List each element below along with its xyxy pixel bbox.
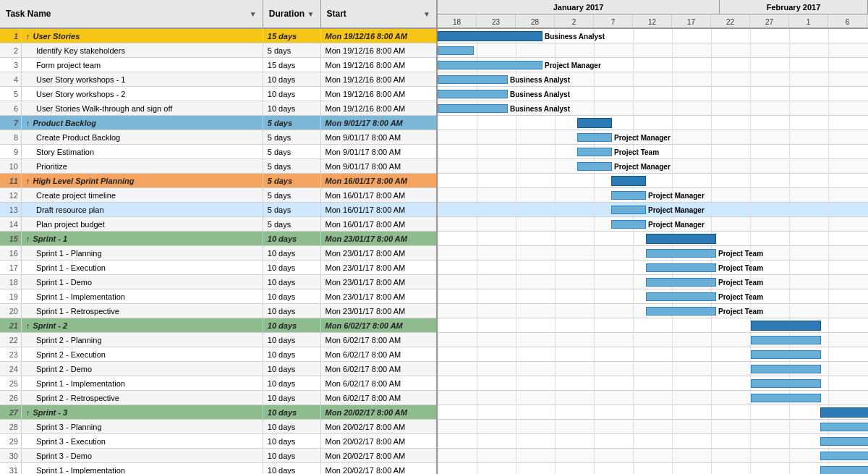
app-container: Task Name ▼ Duration ▼ Start ▼ 1↑User St… (0, 0, 868, 474)
table-row[interactable]: 15↑Sprint - 110 daysMon 23/01/17 8:00 AM (0, 232, 436, 246)
table-row[interactable]: 13Draft resource plan5 daysMon 16/01/17 … (0, 203, 436, 217)
row-num: 11 (0, 174, 22, 187)
gantt-bar (646, 234, 716, 244)
gantt-row (438, 434, 868, 449)
task-start: Mon 16/01/17 8:00 AM (321, 203, 436, 216)
table-row[interactable]: 20Sprint 1 - Retrospective10 daysMon 23/… (0, 304, 436, 318)
gantt-bar (751, 394, 821, 402)
col-sort-name[interactable]: ▼ (250, 10, 257, 18)
gantt-bar-label: Project Team (718, 249, 763, 257)
task-start: Mon 23/01/17 8:00 AM (321, 275, 436, 289)
row-num: 27 (0, 405, 22, 419)
table-row[interactable]: 6User Stories Walk-through and sign off1… (0, 101, 436, 116)
table-row[interactable]: 17Sprint 1 - Execution10 daysMon 23/01/1… (0, 261, 436, 275)
task-name: Story Estimation (22, 145, 263, 158)
row-num: 16 (0, 246, 22, 260)
table-row[interactable]: 18Sprint 1 - Demo10 daysMon 23/01/17 8:0… (0, 275, 436, 289)
table-row[interactable]: 2Identify Key stakeholders5 daysMon 19/1… (0, 43, 436, 58)
task-name: Sprint 2 - Retrospective (22, 391, 263, 405)
gantt-date-label: 1 (789, 14, 828, 29)
task-name: Sprint 3 - Planning (22, 420, 263, 433)
task-name: ↑Sprint - 3 (22, 405, 263, 419)
table-row[interactable]: 8Create Product Backlog5 daysMon 9/01/17… (0, 130, 436, 145)
gantt-bar-label: Project Manager (648, 220, 705, 228)
table-row[interactable]: 29Sprint 3 - Execution10 daysMon 20/02/1… (0, 434, 436, 449)
gantt-row: Project Team (438, 246, 868, 261)
col-sort-start[interactable]: ▼ (423, 10, 430, 18)
task-start: Mon 16/01/17 8:00 AM (321, 188, 436, 202)
row-num: 4 (0, 72, 22, 86)
gantt-bar-label: Project Manager (648, 206, 705, 213)
task-duration: 10 days (263, 449, 321, 462)
task-duration: 15 days (263, 58, 321, 72)
task-duration: 10 days (263, 434, 321, 448)
table-row[interactable]: 28Sprint 3 - Planning10 daysMon 20/02/17… (0, 420, 436, 434)
table-row[interactable]: 14Plan project budget5 daysMon 16/01/17 … (0, 217, 436, 232)
table-row[interactable]: 1↑User Stories15 daysMon 19/12/16 8:00 A… (0, 29, 436, 43)
task-name: Prioritize (22, 159, 263, 173)
table-row[interactable]: 19Sprint 1 - Implementation10 daysMon 23… (0, 289, 436, 304)
task-start: Mon 9/01/17 8:00 AM (321, 116, 436, 130)
gantt-bar (646, 292, 716, 301)
gantt-dates: 182328271217222716 (438, 14, 868, 29)
table-row[interactable]: 31Sprint 1 - Implementation10 daysMon 20… (0, 463, 436, 474)
table-row[interactable]: 26Sprint 2 - Retrospective10 daysMon 6/0… (0, 391, 436, 405)
row-num: 9 (0, 145, 22, 158)
row-num: 21 (0, 318, 22, 332)
task-duration: 5 days (263, 203, 321, 216)
row-num: 31 (0, 463, 22, 474)
gantt-bar-label: Project Manager (545, 61, 601, 69)
gantt-row: Business Analyst (438, 72, 868, 87)
gantt-row (438, 333, 868, 347)
task-duration: 10 days (263, 304, 321, 318)
task-name: ↑Sprint - 2 (22, 318, 263, 332)
table-row[interactable]: 4User Story workshops - 110 daysMon 19/1… (0, 72, 436, 87)
table-row[interactable]: 7↑Product Backlog5 daysMon 9/01/17 8:00 … (0, 116, 436, 130)
table-row[interactable]: 11↑High Level Sprint Planning5 daysMon 1… (0, 174, 436, 188)
table-row[interactable]: 24Sprint 2 - Demo10 daysMon 6/02/17 8:00… (0, 362, 436, 376)
task-name: Sprint 1 - Implementation (22, 463, 263, 474)
task-duration: 10 days (263, 72, 321, 86)
row-num: 17 (0, 261, 22, 274)
task-name: Plan project budget (22, 217, 263, 231)
table-row[interactable]: 16Sprint 1 - Planning10 daysMon 23/01/17… (0, 246, 436, 261)
gantt-bar-label: Project Manager (648, 191, 705, 199)
task-name: Sprint 1 - Implementation (22, 376, 263, 390)
task-duration: 5 days (263, 145, 321, 158)
gantt-row: Project Team (438, 289, 868, 304)
col-sort-duration[interactable]: ▼ (307, 10, 315, 18)
gantt-bar (611, 206, 646, 214)
gantt-row: Project Team (438, 304, 868, 318)
gantt-header: January 2017February 2017 18232827121722… (438, 0, 868, 29)
table-row[interactable]: 5User Story workshops - 210 daysMon 19/1… (0, 87, 436, 101)
gantt-bar-label: Business Analyst (510, 75, 570, 83)
task-start: Mon 19/12/16 8:00 AM (321, 58, 436, 72)
gantt-bar (438, 90, 508, 98)
task-name: ↑Product Backlog (22, 116, 263, 130)
gantt-bar (646, 307, 716, 316)
gantt-bar (611, 176, 646, 186)
gantt-bar-label: Project Team (718, 307, 763, 315)
table-row[interactable]: 3Form project team15 daysMon 19/12/16 8:… (0, 58, 436, 72)
task-name: User Stories Walk-through and sign off (22, 101, 263, 115)
task-start: Mon 6/02/17 8:00 AM (321, 347, 436, 361)
task-start: Mon 20/02/17 8:00 AM (321, 434, 436, 448)
gantt-bar-label: Project Team (718, 278, 763, 286)
task-duration: 5 days (263, 188, 321, 202)
row-num: 25 (0, 376, 22, 390)
gantt-row (438, 174, 868, 188)
table-row[interactable]: 23Sprint 2 - Execution10 daysMon 6/02/17… (0, 347, 436, 362)
gantt-bar-label: Business Analyst (545, 32, 605, 40)
task-name: Identify Key stakeholders (22, 43, 263, 57)
row-num: 20 (0, 304, 22, 318)
table-row[interactable]: 10Prioritize5 daysMon 9/01/17 8:00 AM (0, 159, 436, 174)
task-table-body[interactable]: 1↑User Stories15 daysMon 19/12/16 8:00 A… (0, 29, 436, 474)
table-row[interactable]: 9Story Estimation5 daysMon 9/01/17 8:00 … (0, 145, 436, 159)
task-name: Sprint 2 - Execution (22, 347, 263, 361)
table-row[interactable]: 12Create project timeline5 daysMon 16/01… (0, 188, 436, 203)
table-row[interactable]: 25Sprint 1 - Implementation10 daysMon 6/… (0, 376, 436, 391)
table-row[interactable]: 27↑Sprint - 310 daysMon 20/02/17 8:00 AM (0, 405, 436, 420)
table-row[interactable]: 22Sprint 2 - Planning10 daysMon 6/02/17 … (0, 333, 436, 347)
table-row[interactable]: 21↑Sprint - 210 daysMon 6/02/17 8:00 AM (0, 318, 436, 333)
table-row[interactable]: 30Sprint 3 - Demo10 daysMon 20/02/17 8:0… (0, 449, 436, 463)
